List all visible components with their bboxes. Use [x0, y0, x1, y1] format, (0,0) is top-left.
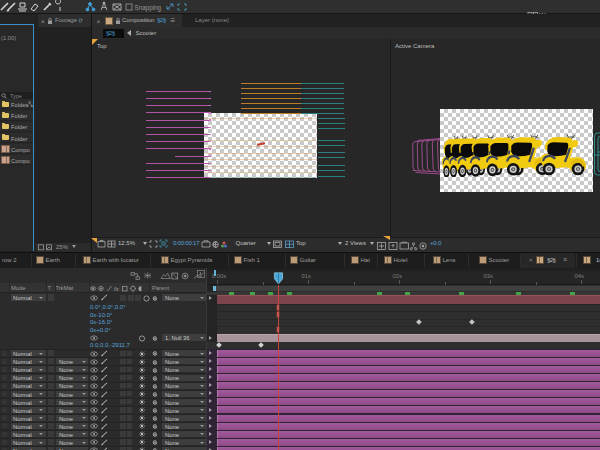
svg-text:fx: fx	[114, 286, 120, 292]
